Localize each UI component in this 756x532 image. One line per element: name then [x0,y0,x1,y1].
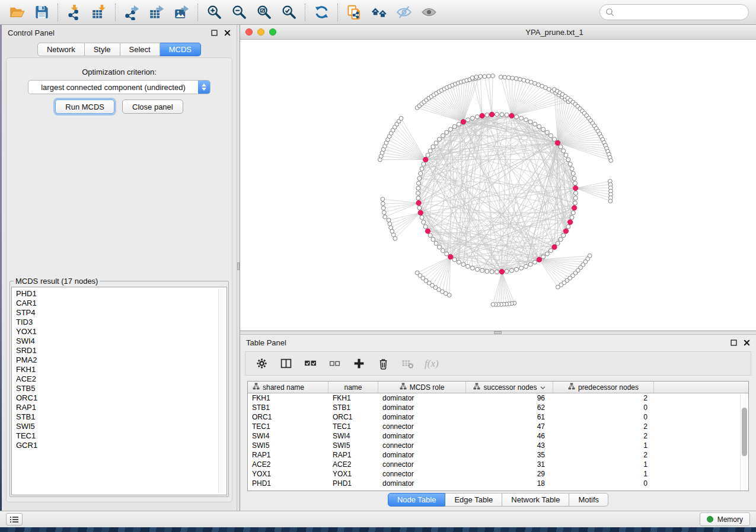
mcds-result-item[interactable]: FKH1 [16,365,225,374]
mcds-result-item[interactable]: STB5 [16,384,225,393]
mcds-result-item[interactable]: STP4 [16,308,225,318]
export-network-icon[interactable] [122,3,141,22]
mcds-result-item[interactable]: STB1 [16,412,225,422]
mcds-result-item[interactable]: TID3 [16,318,225,327]
tab-network[interactable]: Network [37,43,85,56]
mcds-result-list[interactable]: PHD1CAR1STP4TID3YOX1SWI4SRD1PMA2FKH1ACE2… [11,287,227,495]
network-node [503,75,507,79]
first-neighbors-icon[interactable] [369,3,388,22]
table-row[interactable]: SWI5SWI5connector431 [248,441,748,450]
float-panel-icon[interactable] [211,30,218,36]
mcds-result-item[interactable]: ORC1 [16,393,225,403]
table-row[interactable]: RAP1RAP1dominator352 [248,450,748,460]
splitter-grip[interactable] [237,262,240,270]
close-panel-icon[interactable] [744,339,750,346]
scrollbar-thumb[interactable] [742,408,747,456]
run-mcds-button[interactable]: Run MCDS [55,100,114,114]
mcds-result-title: MCDS result (17 nodes) [14,277,100,286]
network-node [549,249,553,253]
table-scrollbar[interactable] [740,394,748,491]
column-header-name[interactable]: name [328,382,378,393]
refresh-icon[interactable] [312,3,331,22]
import-network-icon[interactable] [65,3,84,22]
table-row[interactable]: STB1STB1dominator620 [248,403,748,412]
mcds-result-item[interactable]: TEC1 [16,431,225,441]
network-node [470,116,474,120]
shared-column-icon [473,383,480,392]
hide-selected-icon[interactable] [394,3,413,22]
search-box[interactable] [599,4,749,20]
mcds-result-item[interactable]: ACE2 [16,374,225,384]
panel-list-button[interactable] [6,513,23,525]
network-node [556,241,560,245]
table-settings-icon[interactable] [254,357,269,371]
column-header-MCDS-role[interactable]: MCDS role [378,382,466,393]
tab-edge-table[interactable]: Edge Table [445,493,502,507]
minimize-window-icon[interactable] [257,28,264,36]
mcds-result-item[interactable]: PMA2 [16,355,225,365]
memory-button[interactable]: Memory [700,512,750,526]
table-row[interactable]: ORC1ORC1dominator610 [248,412,748,422]
network-canvas[interactable] [240,40,756,331]
save-session-icon[interactable] [32,3,51,22]
close-window-icon[interactable] [245,28,253,36]
network-graph[interactable] [240,40,756,331]
table-row[interactable]: SWI4SWI4dominator462 [248,431,748,441]
column-header-predecessor-nodes[interactable]: predecessor nodes [553,382,654,393]
show-all-icon[interactable] [419,3,438,22]
create-column-icon[interactable] [352,357,366,371]
maximize-window-icon[interactable] [269,28,276,36]
mcds-result-item[interactable]: PHD1 [16,289,225,299]
network-view-window: YPA_prune.txt_1 [240,25,756,331]
table-row[interactable]: PHD1PHD1dominator180 [248,479,748,488]
search-input[interactable] [618,8,743,17]
mcds-result-item[interactable]: SWI5 [16,422,225,431]
tab-motifs[interactable]: Motifs [569,493,608,507]
mcds-list-scrollbar[interactable] [218,289,225,493]
table-row[interactable]: YOX1YOX1connector291 [248,469,748,479]
mcds-result-item[interactable]: YOX1 [16,327,225,336]
tab-network-table[interactable]: Network Table [502,493,569,507]
table-row[interactable]: ACE2ACE2connector311 [248,460,748,469]
mcds-result-item[interactable]: RAP1 [16,403,225,412]
export-table-icon[interactable] [147,3,166,22]
table-row[interactable]: TEC1TEC1connector472 [248,422,748,431]
mcds-result-item[interactable]: SWI4 [16,336,225,346]
export-image-icon[interactable] [172,3,191,22]
optimization-criterion-select[interactable]: largest connected component (undirected) [28,80,210,94]
column-header-shared-name[interactable]: shared name [248,382,328,393]
zoom-in-icon[interactable] [205,3,224,22]
open-file-icon[interactable] [7,3,26,22]
cell: 1 [553,460,654,469]
show-columns-icon[interactable] [279,357,293,371]
import-table-icon[interactable] [90,3,109,22]
network-window-titlebar[interactable]: YPA_prune.txt_1 [240,25,756,40]
tab-select[interactable]: Select [120,43,160,56]
duplicate-network-icon[interactable] [344,3,363,22]
tab-node-table[interactable]: Node Table [388,493,446,507]
zoom-selected-icon[interactable] [279,3,298,22]
select-all-columns-icon[interactable] [303,357,317,371]
mcds-result-item[interactable]: GCR1 [16,441,225,450]
horizontal-splitter[interactable] [240,331,756,335]
zoom-fit-icon[interactable] [254,3,273,22]
mcds-node [423,157,428,162]
splitter-grip[interactable] [494,331,502,334]
network-node [399,116,403,120]
mcds-result-item[interactable]: CAR1 [16,299,225,308]
float-panel-icon[interactable] [731,339,737,346]
tab-style[interactable]: Style [85,43,120,56]
close-panel-button[interactable]: Close panel [122,100,183,114]
cell: SWI4 [328,432,378,440]
network-node [573,201,578,205]
mcds-node [418,210,423,215]
delete-columns-icon[interactable] [376,357,390,371]
table-row[interactable]: FKH1FKH1dominator962 [248,393,748,403]
control-panel-title: Control Panel [8,28,55,37]
mcds-result-item[interactable]: SRD1 [16,346,225,355]
zoom-out-icon[interactable] [229,3,248,22]
column-header-successor-nodes[interactable]: successor nodes [466,382,553,393]
unselect-all-columns-icon[interactable] [327,357,342,371]
tab-mcds[interactable]: MCDS [160,43,201,56]
close-panel-icon[interactable] [224,30,231,36]
